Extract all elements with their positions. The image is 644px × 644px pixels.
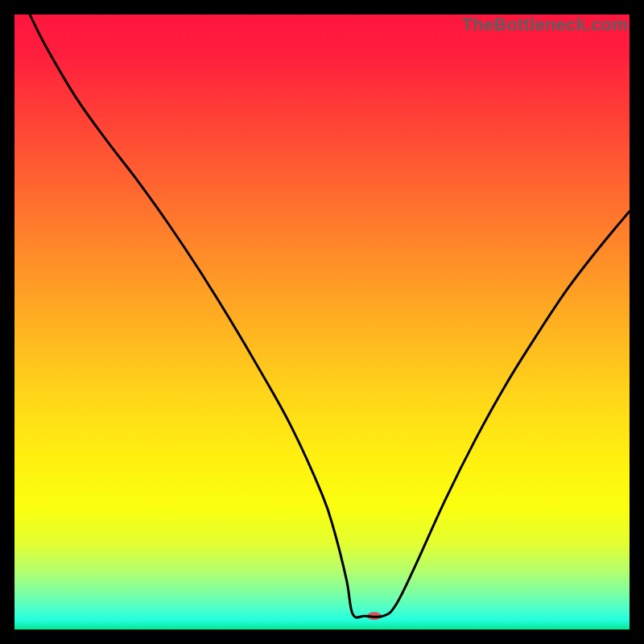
watermark-label: TheBottleneck.com: [462, 14, 628, 35]
chart-background: [14, 14, 630, 630]
chart-frame: TheBottleneck.com: [14, 14, 630, 630]
chart-svg: [14, 14, 630, 630]
